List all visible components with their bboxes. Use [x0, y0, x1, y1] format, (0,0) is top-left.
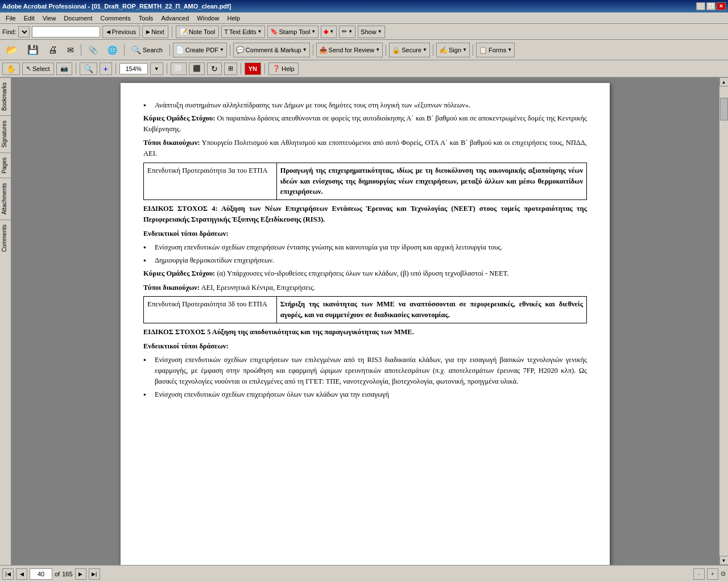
menu-edit[interactable]: Edit — [20, 14, 38, 22]
app-close-btn[interactable]: ✕ — [717, 2, 726, 10]
para-bullet-intro: ▪ Ανάπτυξη συστημάτων αλληλεπίδρασης των… — [143, 100, 587, 111]
zoom-out-status-btn[interactable]: - — [693, 568, 705, 580]
text-edits-icon: T — [224, 28, 228, 35]
globe-btn[interactable]: 🌐 — [104, 42, 121, 58]
select-tool-btn[interactable]: ↖ Select — [22, 63, 54, 75]
menu-tools[interactable]: Tools — [135, 14, 157, 22]
pan-zoom-btn[interactable]: ⊞ — [224, 63, 237, 75]
hand-tool-btn[interactable]: ✋ — [2, 63, 20, 75]
email-btn[interactable]: ✉ — [63, 42, 78, 58]
secure-icon: 🔒 — [392, 46, 400, 54]
menu-advanced[interactable]: Advanced — [158, 14, 192, 22]
attachments-tab[interactable]: Attachments — [0, 178, 11, 219]
table-cell-desc-2: Στήριξη της ικανότητας των ΜΜΕ να αναπτύ… — [276, 297, 586, 323]
pdf-page: ▪ Ανάπτυξη συστημάτων αλληλεπίδρασης των… — [121, 83, 610, 565]
forms-arrow: ▼ — [507, 47, 512, 52]
app-restore-btn[interactable]: ❐ — [706, 2, 715, 10]
rotate-view-btn[interactable]: ↻ — [207, 63, 222, 75]
fit-page-btn[interactable]: ⬜ — [171, 63, 187, 75]
attach-icon: 📎 — [88, 45, 98, 55]
para4: Κύριες Ομάδες Στόχου: (α) Υπάρχουσες νέο… — [143, 268, 587, 279]
sep14 — [264, 63, 265, 74]
prev-page-btn[interactable]: ◀ — [16, 568, 27, 580]
stamp-icon: 🔖 — [270, 28, 278, 35]
bullet-item-1: ▪ Ενίσχυση επενδυτικών σχεδίων επιχειρήσ… — [143, 242, 587, 253]
comment-markup-btn[interactable]: 💬 Comment & Markup ▼ — [233, 43, 310, 57]
next-btn[interactable]: ▶ Next — [142, 26, 168, 38]
previous-btn[interactable]: ◀ Previous — [102, 26, 140, 38]
globe-icon: 🌐 — [107, 45, 117, 55]
menu-window[interactable]: Window — [193, 14, 222, 22]
menu-file[interactable]: File — [2, 14, 19, 22]
signatures-tab[interactable]: Signatures — [0, 115, 11, 152]
folder-icon: 📂 — [6, 44, 18, 55]
page-number-input[interactable] — [30, 568, 52, 580]
next-page-btn[interactable]: ▶ — [75, 568, 86, 580]
sep11 — [115, 63, 116, 74]
table-row: Επενδυτική Προτεραιότητα 3δ του ΕΤΠΑ Στή… — [144, 297, 587, 323]
secure-btn[interactable]: 🔒 Secure ▼ — [389, 43, 430, 57]
comment-arrow: ▼ — [303, 47, 307, 52]
cursor-icon: ↖ — [26, 65, 31, 72]
scroll-track[interactable] — [719, 86, 729, 556]
comments-tab[interactable]: Comments — [0, 219, 11, 256]
send-arrow: ▼ — [375, 47, 380, 52]
note-tool-btn[interactable]: 📝 Note Tool — [176, 26, 219, 38]
pages-tab[interactable]: Pages — [0, 152, 11, 178]
zoom-in-btn[interactable]: + — [100, 63, 112, 75]
open-btn[interactable]: 📂 — [2, 42, 22, 58]
fit-width-btn[interactable]: ⬛ — [189, 63, 205, 75]
sep6 — [313, 44, 313, 56]
menu-document[interactable]: Document — [60, 14, 96, 22]
sign-btn[interactable]: ✍ Sign ▼ — [436, 43, 470, 57]
app-minimize-btn[interactable]: _ — [696, 2, 705, 10]
zoom-out-btn[interactable]: 🔍 — [80, 63, 97, 75]
zoom-input[interactable] — [119, 63, 148, 74]
yn-btn[interactable]: YN — [245, 63, 261, 75]
status-bar: |◀ ◀ of 165 ▶ ▶| - + ⊙ — [0, 565, 728, 582]
sep10 — [76, 63, 76, 74]
pen-tool-btn[interactable]: ✏ ▼ — [339, 26, 355, 38]
zoom-apply-btn[interactable]: ▼ — [150, 63, 163, 75]
sep9 — [473, 44, 473, 56]
zoom-in-status-btn[interactable]: + — [707, 568, 718, 580]
scroll-up-btn[interactable]: ▲ — [719, 77, 729, 86]
menu-comments[interactable]: Comments — [97, 14, 134, 22]
scroll-down-btn[interactable]: ▼ — [719, 556, 729, 565]
title-controls: _ ❐ ✕ — [696, 2, 726, 10]
menu-view[interactable]: View — [39, 14, 60, 22]
create-pdf-btn[interactable]: 📄 Create PDF ▼ — [173, 43, 227, 57]
color-tool-btn[interactable]: ◆ ▼ — [321, 26, 337, 38]
document-area[interactable]: ▪ Ανάπτυξη συστημάτων αλληλεπίδρασης των… — [11, 77, 719, 565]
scroll-thumb[interactable] — [720, 98, 728, 120]
comment-icon: 💬 — [236, 46, 245, 54]
investment-table-1: Επενδυτική Προτεραιότητα 3α του ΕΤΠΑ Προ… — [143, 163, 587, 200]
menu-help[interactable]: Help — [224, 14, 243, 22]
toolbar2: 📂 💾 🖨 ✉ 📎 🌐 🔍 Search 📄 Create PDF ▼ 💬 Co… — [0, 40, 728, 60]
color-icon: ◆ — [324, 28, 328, 35]
first-page-btn[interactable]: |◀ — [2, 568, 14, 580]
text-edits-btn[interactable]: T Text Edits ▼ — [221, 26, 264, 38]
find-dropdown[interactable]: ▼ — [18, 26, 30, 38]
subheading-drasi-types-1: Ενδεικτικοί τύποι δράσεων: — [143, 228, 587, 239]
forms-btn[interactable]: 📋 Forms ▼ — [476, 43, 515, 57]
send-review-btn[interactable]: 📤 Send for Review ▼ — [316, 43, 383, 57]
para3: Τύποι δικαιούχων: Υπουργείο Πολιτισμού κ… — [143, 138, 587, 159]
show-btn[interactable]: Show ▼ — [358, 26, 384, 38]
stamp-tool-btn[interactable]: 🔖 Stamp Tool ▼ — [267, 26, 319, 38]
bookmarks-tab[interactable]: Bookmarks — [0, 77, 11, 115]
save-icon: 💾 — [27, 44, 39, 55]
vertical-scrollbar[interactable]: ▲ ▼ — [719, 77, 728, 565]
para2: Κύριες Ομάδες Στόχου: Οι παραπάνω δράσει… — [143, 113, 587, 135]
text-edits-arrow: ▼ — [258, 29, 262, 34]
find-input[interactable] — [32, 26, 100, 38]
last-page-btn[interactable]: ▶| — [89, 568, 100, 580]
sign-icon: ✍ — [439, 46, 448, 54]
search-btn[interactable]: 🔍 Search — [127, 42, 167, 58]
attach-btn[interactable]: 📎 — [84, 42, 102, 58]
create-pdf-arrow: ▼ — [220, 47, 224, 52]
snapshot-btn[interactable]: 📷 — [56, 63, 72, 75]
print-btn[interactable]: 🖨 — [44, 42, 61, 58]
save-btn[interactable]: 💾 — [23, 42, 43, 58]
help-btn[interactable]: ❓ Help — [268, 63, 299, 75]
